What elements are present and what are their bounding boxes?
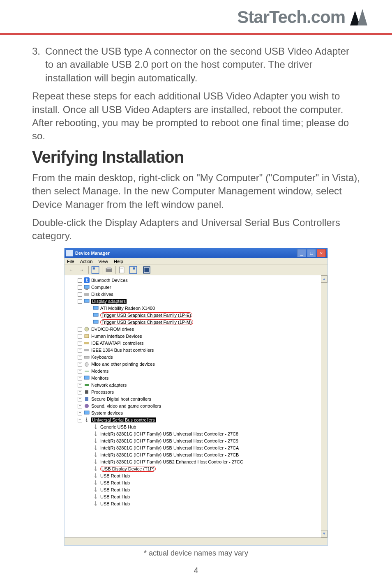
tree-node[interactable]: Display adapters — [69, 298, 327, 305]
tree-node[interactable]: Universal Serial Bus controllers — [69, 417, 327, 424]
tree-node[interactable]: ATI Mobility Radeon X1400 — [69, 305, 327, 312]
usb-icon — [93, 473, 99, 479]
tree-label: Intel(R) 82801G (ICH7 Family) USB Univer… — [100, 452, 239, 457]
show-hide-tree-button[interactable] — [91, 266, 99, 274]
tree-node[interactable]: USB Root Hub — [69, 493, 327, 500]
tree-node[interactable]: Intel(R) 82801G (ICH7 Family) USB2 Enhan… — [69, 459, 327, 466]
tree-node[interactable]: IDE ATA/ATAPI controllers — [69, 340, 327, 347]
spacer — [87, 314, 91, 317]
tree-node[interactable]: Human Interface Devices — [69, 333, 327, 340]
expand-icon[interactable] — [78, 369, 82, 374]
usb-icon — [93, 431, 99, 437]
keyboard-icon — [84, 354, 90, 360]
menu-action[interactable]: Action — [80, 259, 93, 264]
collapse-icon[interactable] — [78, 418, 82, 422]
page-header: StarTech.com — [0, 0, 392, 35]
expand-icon[interactable] — [78, 397, 82, 401]
ide-icon — [84, 340, 90, 346]
expand-icon[interactable] — [78, 292, 82, 297]
tree-node[interactable]: Trigger USB Graphics Chipset Family (1P-… — [69, 319, 327, 326]
svg-rect-23 — [84, 349, 89, 351]
svg-rect-28 — [85, 384, 89, 386]
menu-view[interactable]: View — [98, 259, 108, 264]
expand-icon[interactable] — [78, 390, 82, 394]
tree-node[interactable]: Network adapters — [69, 382, 327, 389]
device-manager-window: Device Manager _ □ × File Action View He… — [64, 248, 328, 546]
tree-node[interactable]: USB Root Hub — [69, 500, 327, 507]
close-button[interactable]: × — [317, 249, 326, 257]
tree-label: Disk drives — [91, 292, 113, 297]
expand-icon[interactable] — [78, 341, 82, 346]
toolbar: ← → — [65, 265, 327, 275]
tree-node[interactable]: Keyboards — [69, 354, 327, 361]
scroll-up-arrow[interactable]: ▴ — [321, 275, 327, 283]
usb-icon — [93, 480, 99, 486]
tree-label: Keyboards — [91, 355, 113, 360]
toolbar-separator — [140, 266, 140, 274]
tree-node[interactable]: Trigger USB Graphics Chipset Family (1P-… — [69, 312, 327, 319]
forward-button[interactable]: → — [78, 266, 86, 274]
svg-rect-13 — [84, 285, 89, 288]
expand-icon[interactable] — [78, 411, 82, 415]
tree-node[interactable]: System devices — [69, 410, 327, 417]
toolbar-separator — [115, 266, 116, 274]
minimize-button[interactable]: _ — [297, 249, 306, 257]
tree-node[interactable]: Bluetooth Devices — [69, 277, 327, 284]
tree-node[interactable]: Intel(R) 82801G (ICH7 Family) USB Univer… — [69, 445, 327, 452]
print-button[interactable] — [105, 266, 113, 274]
expand-icon[interactable] — [78, 278, 82, 283]
tree-node[interactable]: Monitors — [69, 375, 327, 382]
expand-icon[interactable] — [78, 327, 82, 332]
tree-node[interactable]: Generic USB Hub — [69, 424, 327, 431]
tree-node[interactable]: DVD/CD-ROM drives — [69, 326, 327, 333]
expand-icon[interactable] — [78, 348, 82, 353]
maximize-button[interactable]: □ — [307, 249, 316, 257]
menu-file[interactable]: File — [67, 259, 74, 264]
tree-label: USB Display Device (T1P) — [100, 466, 156, 472]
svg-rect-6 — [120, 267, 124, 273]
back-button[interactable]: ← — [67, 266, 75, 274]
tree-label: Monitors — [91, 376, 108, 380]
menubar: File Action View Help — [65, 258, 327, 265]
expand-icon[interactable] — [78, 362, 82, 367]
tree-node[interactable]: USB Root Hub — [69, 480, 327, 487]
tree-node[interactable]: USB Root Hub — [69, 487, 327, 493]
scroll-down-arrow[interactable]: ▾ — [321, 530, 327, 537]
expand-icon[interactable] — [78, 383, 82, 387]
svg-rect-26 — [85, 371, 89, 372]
scan-hardware-button[interactable] — [143, 266, 151, 274]
svg-point-20 — [85, 327, 89, 331]
expand-icon[interactable] — [78, 376, 82, 380]
tree-node[interactable]: Secure Digital host controllers — [69, 396, 327, 403]
tree-node[interactable]: Intel(R) 82801G (ICH7 Family) USB Univer… — [69, 438, 327, 445]
vertical-scrollbar[interactable]: ▴ ▾ — [321, 275, 327, 537]
menu-help[interactable]: Help — [114, 259, 123, 264]
usb-icon — [93, 452, 99, 458]
display-icon — [84, 298, 90, 304]
tree-node[interactable]: Processors — [69, 389, 327, 396]
expand-icon[interactable] — [78, 334, 82, 339]
tree-node[interactable]: Intel(R) 82801G (ICH7 Family) USB Univer… — [69, 452, 327, 459]
tree-label: Display adapters — [91, 299, 127, 304]
disk-icon — [84, 291, 90, 297]
usb-icon — [93, 459, 99, 465]
properties-button[interactable] — [118, 266, 127, 274]
tree-node[interactable]: IEEE 1394 Bus host controllers — [69, 347, 327, 354]
tree-node[interactable]: Mice and other pointing devices — [69, 361, 327, 368]
tree-node[interactable]: Computer — [69, 284, 327, 291]
expand-icon[interactable] — [78, 285, 82, 290]
refresh-button[interactable] — [129, 266, 137, 274]
tree-node[interactable]: USB Root Hub — [69, 473, 327, 480]
tree-node[interactable]: Sound, video and game controllers — [69, 403, 327, 410]
tree-label: Universal Serial Bus controllers — [91, 417, 156, 422]
tree-label: Intel(R) 82801G (ICH7 Family) USB Univer… — [100, 438, 238, 443]
tree-node[interactable]: Modems — [69, 368, 327, 375]
collapse-icon[interactable] — [78, 299, 82, 304]
spacer — [87, 321, 91, 324]
tree-node[interactable]: Intel(R) 82801G (ICH7 Family) USB Univer… — [69, 431, 327, 438]
svg-rect-4 — [106, 268, 112, 272]
expand-icon[interactable] — [78, 355, 82, 360]
tree-node[interactable]: Disk drives — [69, 291, 327, 298]
tree-node[interactable]: USB Display Device (T1P) — [69, 466, 327, 473]
expand-icon[interactable] — [78, 404, 82, 408]
